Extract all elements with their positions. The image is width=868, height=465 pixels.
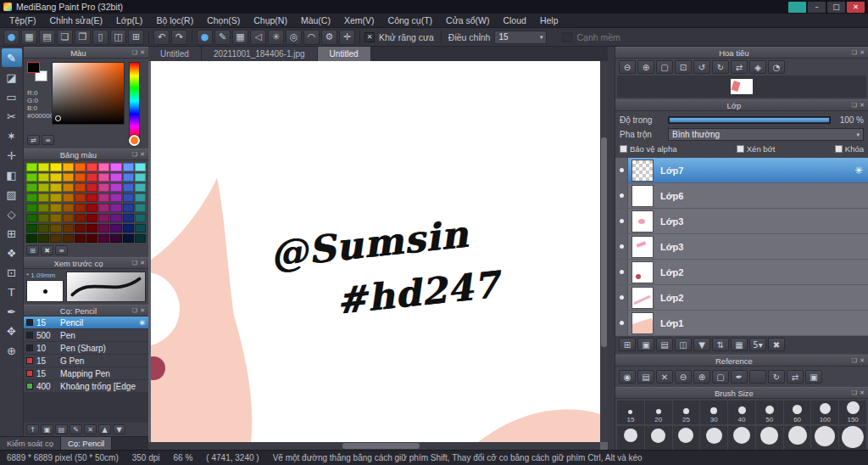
brush-down-icon[interactable]: ▼ [113,424,125,434]
palette-swatch[interactable] [135,224,146,232]
brush-size-option[interactable] [784,426,811,450]
palette-swatch[interactable] [75,204,86,212]
palette-swatch[interactable] [86,173,97,182]
stamp-tool[interactable]: ❖ [2,244,22,262]
palette-swatch[interactable] [63,173,74,182]
brush-row[interactable]: 500 Pen [24,329,148,342]
palette-swatch[interactable] [135,214,146,222]
layer-visibility-toggle[interactable] [615,311,628,335]
palette-swatch[interactable] [86,204,97,212]
palette-swatch[interactable] [50,183,61,192]
brush-row[interactable]: 15 Mapping Pen [24,367,148,380]
new-brush-icon[interactable]: ▣ [41,424,53,434]
palette-swatch[interactable] [123,173,134,182]
palette-swatch[interactable] [63,183,74,192]
delete-brush-icon[interactable]: ✕ [84,424,97,434]
antialias-checkbox[interactable] [364,32,375,42]
palette-swatch[interactable] [135,234,146,243]
move-layer-icon[interactable]: ⇅ [712,338,729,351]
snap-settings-icon[interactable]: ⚙ [321,30,337,45]
ref-flip-icon[interactable]: ⇄ [787,370,804,384]
palette-swatch[interactable] [63,163,74,171]
brush-ball-icon[interactable]: ● [3,30,19,45]
palette-swatch[interactable] [110,173,121,182]
palette-swatch[interactable] [50,163,61,171]
panel-popout-icon[interactable] [132,260,137,266]
swap-colors-icon[interactable]: ⇄ [27,135,40,145]
palette-swatch[interactable] [50,204,61,212]
palette-swatch[interactable] [135,193,146,202]
palette-swatch[interactable] [98,163,109,171]
alpha-protect-checkbox[interactable] [620,145,627,153]
pages-icon[interactable]: ◫ [110,30,126,45]
palette-swatch[interactable] [50,193,61,202]
layer-depth-icon[interactable]: 5▾ [749,338,766,351]
layer-row[interactable]: Lớp2 [615,260,868,285]
palette-swatch[interactable] [50,234,61,243]
ref-rotate-icon[interactable]: ↻ [768,370,785,384]
palette-swatch[interactable] [75,193,86,202]
redo-icon[interactable]: ↷ [171,30,187,45]
menu-item[interactable]: Bộ lọc(R) [149,14,200,27]
panel-close-icon[interactable] [860,389,865,396]
palette-swatch[interactable] [135,204,146,212]
palette-swatch[interactable] [86,214,97,222]
clipping-checkbox[interactable] [737,145,744,153]
palette-swatch[interactable] [75,234,86,243]
add-folder-icon[interactable]: ▤ [656,338,673,351]
palette-swatch[interactable] [123,204,134,212]
hue-marker[interactable] [129,135,140,146]
menu-item[interactable]: Lớp(L) [109,14,149,27]
layer-visibility-toggle[interactable] [615,183,628,208]
palette-swatch[interactable] [110,193,121,202]
add-layer-icon[interactable]: ⊞ [619,338,636,351]
layer-settings-icon[interactable] [854,165,863,176]
palette-swatch[interactable] [86,224,97,232]
note-icon[interactable]: ❐ [75,30,91,45]
layer-row[interactable]: Lớp1 [615,311,868,336]
hue-slider[interactable] [129,62,140,140]
duplicate-layer-icon[interactable]: ◫ [675,338,692,351]
palette-swatch[interactable] [135,183,146,192]
palette-swatch[interactable] [123,214,134,222]
palette-swatch[interactable] [26,234,37,243]
document-tab[interactable]: Untitled [318,47,371,61]
palette-swatch[interactable] [38,204,49,212]
palette-swatch[interactable] [63,224,74,232]
layer-visibility-toggle[interactable] [615,234,628,259]
divide-tool[interactable]: ⊞ [2,224,22,243]
cloud-sync-button[interactable] [788,2,806,13]
palette-swatch[interactable] [86,183,97,192]
brush-size-option[interactable]: 60 [784,401,811,424]
add-brush-icon[interactable]: ↑ [26,424,39,434]
pen-tool[interactable]: ✎ [2,48,22,67]
panel-popout-icon[interactable] [132,49,137,56]
delete-layer-icon[interactable]: ✖ [768,338,785,351]
snap-angle-icon[interactable]: ◁ [250,30,266,45]
panel-popout-icon[interactable] [852,49,857,56]
shape-tool[interactable]: ◇ [2,204,22,223]
add-color-icon[interactable]: ⊞ [26,245,39,255]
palette-swatch[interactable] [123,163,134,171]
palette-swatch[interactable] [26,224,37,232]
layer-visibility-toggle[interactable] [615,285,628,310]
color-menu-icon[interactable]: ≡ [42,135,54,145]
menu-item[interactable]: Cửa sổ(W) [439,14,496,27]
brush-size-option[interactable]: 15 [617,401,644,424]
palette-menu-icon[interactable]: ≡ [55,245,68,255]
snap-curve-icon[interactable]: ◠ [303,30,320,45]
panel-close-icon[interactable] [140,49,145,56]
horizontal-scrollbar[interactable] [148,442,600,450]
ref-import-icon[interactable]: ◉ [619,370,636,384]
fill-tool[interactable]: ◧ [2,165,22,184]
palette-swatch[interactable] [63,234,74,243]
palette-swatch[interactable] [38,224,49,232]
zoom-tool[interactable]: ⊕ [2,341,22,360]
brush-stroke-icon[interactable]: ✎ [214,30,231,45]
opacity-slider[interactable] [668,116,831,124]
palette-swatch[interactable] [38,214,49,222]
brush-size-option[interactable] [839,426,866,450]
palette-swatch[interactable] [38,234,49,243]
foreground-color-swatch[interactable] [27,62,40,73]
dock-tab[interactable]: Cọ: Pencil [61,437,112,450]
